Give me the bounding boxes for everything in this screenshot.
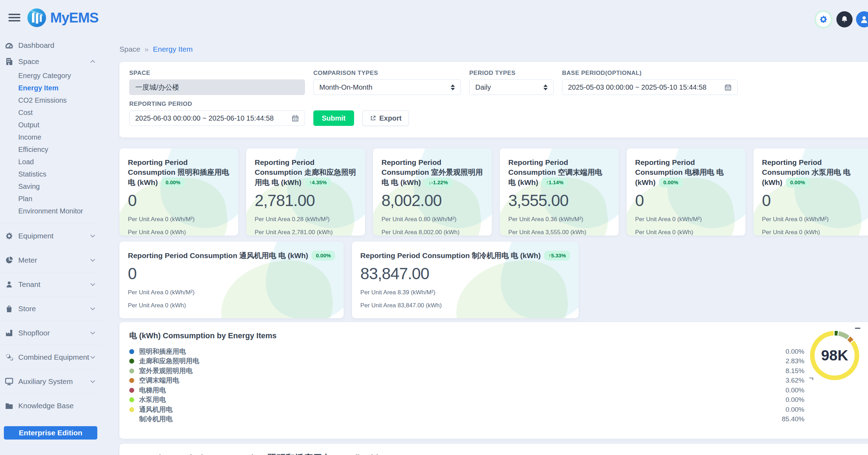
legend-percent: 2.83% bbox=[785, 357, 804, 365]
chart-title: 电 (kWh) Comsumption by Energy Items bbox=[129, 331, 863, 341]
legend-label[interactable]: 通风机用电 bbox=[139, 405, 172, 414]
sidebar-item-label: Dashboard bbox=[18, 41, 54, 50]
reporting-period-input[interactable]: 2025-06-03 00:00:00 ~ 2025-06-10 15:44:5… bbox=[129, 110, 305, 126]
sidebar-item-dashboard[interactable]: Dashboard bbox=[0, 37, 101, 53]
enterprise-edition-button[interactable]: Enterprise Edition bbox=[4, 426, 97, 440]
stat-card-value: 0 bbox=[762, 191, 864, 210]
breadcrumb-energy-item-link[interactable]: Energy Item bbox=[153, 45, 192, 53]
stat-card-value: 0 bbox=[128, 191, 230, 210]
chevron-down-icon bbox=[90, 283, 96, 286]
stat-cards-row-2: Reporting Period Consumption 通风机用电 电 (kW… bbox=[119, 242, 579, 318]
base-period-input[interactable]: 2025-05-03 00:00:00 ~ 2025-05-10 15:44:5… bbox=[562, 79, 738, 95]
legend-color-dot bbox=[129, 359, 134, 364]
per-unit-area-kwh: Per Unit Area 0 (kWh) bbox=[762, 229, 864, 236]
sidebar-item-meter[interactable]: Meter bbox=[0, 248, 101, 272]
legend-color-dot bbox=[129, 407, 134, 412]
factory-icon bbox=[4, 329, 14, 337]
sidebar-item-auxiliary-system[interactable]: Auxiliary System bbox=[0, 369, 101, 393]
chart-toolbox-icon[interactable] bbox=[855, 328, 860, 329]
legend-color-dot bbox=[129, 378, 134, 383]
sidebar-item-shopfloor[interactable]: Shopfloor bbox=[0, 321, 101, 345]
sidebar-item-knowledge-base[interactable]: Knowledge Base bbox=[0, 393, 101, 418]
space-input-value: 一度城/办公楼 bbox=[135, 83, 180, 92]
sidebar-subitem[interactable]: Cost bbox=[0, 107, 101, 119]
export-button[interactable]: Export bbox=[363, 110, 409, 126]
external-link-icon bbox=[370, 115, 376, 121]
stat-card-value: 0 bbox=[635, 191, 737, 210]
settings-gear-button[interactable] bbox=[816, 12, 831, 27]
sidebar-item-tenant[interactable]: Tenant bbox=[0, 272, 101, 296]
per-unit-area-m2: Per Unit Area 0 (kWh/M²) bbox=[128, 289, 335, 296]
legend-label[interactable]: 室外景观照明用电 bbox=[139, 366, 192, 376]
stat-card-wide: Reporting Period Consumption 通风机用电 电 (kW… bbox=[119, 242, 344, 318]
sidebar-item-label: Auxiliary System bbox=[18, 377, 73, 386]
per-unit-area-m2: Per Unit Area 0.28 (kWh/M²) bbox=[255, 216, 357, 223]
status-badge: ↑4.35% bbox=[305, 178, 331, 187]
reporting-period-label: REPORTING PERIOD bbox=[129, 101, 305, 108]
sidebar-item-store[interactable]: Store bbox=[0, 296, 101, 321]
legend-label[interactable]: 照明和插座用电 bbox=[139, 347, 186, 356]
sidebar-item-equipment[interactable]: Equipment bbox=[0, 224, 101, 248]
legend-label[interactable]: 走廊和应急照明用电 bbox=[139, 357, 199, 366]
stat-cards-row-1: Reporting Period Consumption 照明和插座用电 电 (… bbox=[119, 148, 868, 236]
legend-row: 通风机用电 0.00% bbox=[129, 405, 804, 415]
legend-color-dot bbox=[129, 388, 134, 393]
sidebar-item-label: Space bbox=[18, 57, 39, 66]
legend-percent: 0.00% bbox=[785, 348, 804, 355]
per-unit-area-kwh: Per Unit Area 8,002.00 (kWh) bbox=[381, 229, 483, 236]
per-unit-area-kwh: Per Unit Area 0 (kWh) bbox=[635, 229, 737, 236]
gauge-icon bbox=[4, 41, 14, 50]
breadcrumb-space-link[interactable]: Space bbox=[119, 45, 141, 53]
bell-icon bbox=[840, 15, 849, 24]
legend-row: 照明和插座用电 0.00% bbox=[129, 347, 804, 357]
stat-card: Reporting Period Consumption 水泵用电 电 (kWh… bbox=[753, 148, 868, 236]
period-types-select[interactable]: Daily bbox=[469, 79, 554, 95]
legend-percent: 0.00% bbox=[785, 386, 804, 394]
per-unit-area-kwh: Per Unit Area 0 (kWh) bbox=[128, 229, 230, 236]
sidebar-subitem[interactable]: Saving bbox=[0, 180, 101, 193]
sidebar-subitem[interactable]: Energy Category bbox=[0, 70, 101, 82]
per-unit-area-m2: Per Unit Area 0 (kWh/M²) bbox=[762, 216, 864, 223]
comparison-types-select[interactable]: Month-On-Month bbox=[313, 79, 461, 95]
space-submenu: Energy Category Energy Item CO2 Emission… bbox=[0, 70, 101, 217]
sidebar-subitem[interactable]: Output bbox=[0, 119, 101, 131]
breadcrumb-separator: » bbox=[145, 45, 149, 53]
user-avatar-button[interactable] bbox=[856, 11, 868, 27]
consumption-chart-panel: 电 (kWh) Comsumption by Energy Items 照明和插… bbox=[119, 322, 868, 439]
status-badge: ↓-1.22% bbox=[424, 178, 452, 187]
legend-label[interactable]: 空调末端用电 bbox=[139, 376, 179, 385]
stat-card-title: Reporting Period Consumption 水泵用电 电 (kWh… bbox=[762, 158, 864, 187]
folder-icon bbox=[4, 402, 14, 410]
space-input[interactable]: 一度城/办公楼 bbox=[129, 79, 305, 95]
per-unit-area-kwh: Per Unit Area 2,781.00 (kWh) bbox=[255, 229, 357, 236]
sidebar-subitem[interactable]: Income bbox=[0, 131, 101, 143]
sidebar-item-space[interactable]: Space bbox=[0, 53, 101, 70]
sidebar-subitem[interactable]: Environment Monitor bbox=[0, 205, 101, 217]
sidebar-subitem[interactable]: Efficiency bbox=[0, 143, 101, 156]
status-badge: 0.00% bbox=[312, 251, 335, 261]
sidebar-subitem[interactable]: Load bbox=[0, 156, 101, 168]
sidebar-subitem[interactable]: Plan bbox=[0, 193, 101, 205]
legend-percent: 0.00% bbox=[785, 396, 804, 404]
gears-icon bbox=[4, 353, 14, 362]
sidebar-subitem[interactable]: CO2 Emissions bbox=[0, 94, 101, 107]
chevron-down-icon bbox=[90, 234, 96, 238]
top-navbar: MyEMS bbox=[0, 0, 868, 35]
stat-card-title: Reporting Period Consumption 空调末端用电 电 (k… bbox=[508, 158, 610, 187]
legend-label[interactable]: 电梯用电 bbox=[139, 386, 166, 395]
legend-row: 电梯用电 0.00% bbox=[129, 385, 804, 395]
legend-label[interactable]: 制冷机用电 bbox=[139, 415, 172, 424]
reporting-period-value: 2025-06-03 00:00:00 ~ 2025-06-10 15:44:5… bbox=[135, 114, 274, 122]
legend-percent: 8.15% bbox=[785, 367, 804, 375]
legend-label[interactable]: 水泵用电 bbox=[139, 395, 166, 404]
submit-button[interactable]: Submit bbox=[313, 110, 354, 126]
sidebar-item-combined-equipment[interactable]: Combined Equipment bbox=[0, 345, 101, 369]
status-badge: 0.00% bbox=[786, 178, 809, 187]
notifications-bell-button[interactable] bbox=[836, 11, 853, 27]
stat-card-value: 2,781.00 bbox=[255, 191, 357, 210]
sidebar-subitem[interactable]: Energy Item bbox=[0, 82, 101, 94]
sidebar-subitem[interactable]: Statistics bbox=[0, 168, 101, 180]
legend-row: 室外景观照明用电 8.15% bbox=[129, 366, 804, 376]
app-logo[interactable]: MyEMS bbox=[27, 8, 98, 27]
hamburger-menu-icon[interactable] bbox=[8, 14, 20, 21]
